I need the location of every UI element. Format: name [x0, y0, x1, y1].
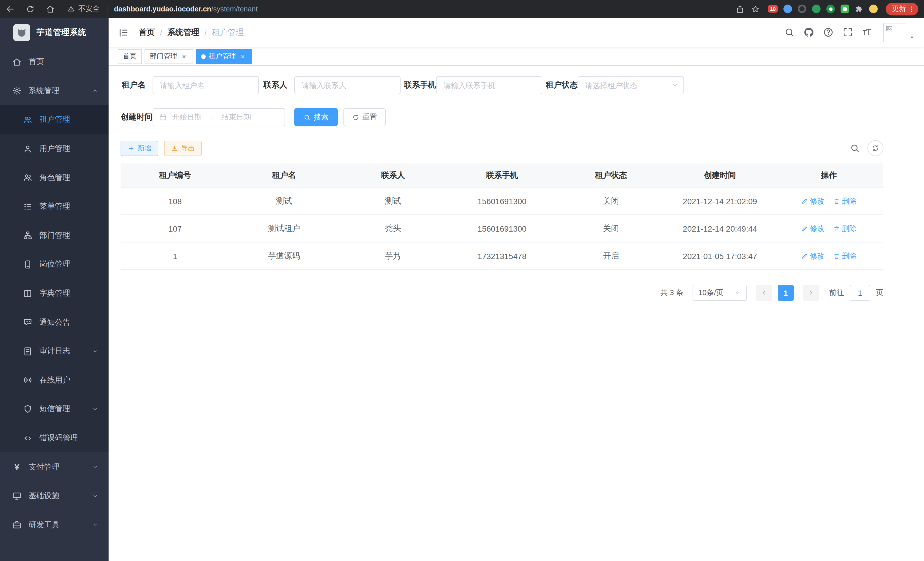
reload-icon[interactable] — [26, 4, 35, 14]
sidebar-item-error-code-management[interactable]: 错误码管理 — [0, 423, 109, 452]
sidebar-item-system-management[interactable]: 系统管理 — [0, 76, 109, 105]
table-cell: 芋艿 — [339, 242, 447, 269]
fullscreen-icon[interactable] — [842, 27, 853, 38]
github-icon[interactable] — [803, 27, 814, 38]
sidebar-header: 芋道管理系统 — [0, 18, 109, 47]
goto-page-input[interactable] — [850, 285, 870, 301]
page-1-button[interactable]: 1 — [778, 285, 794, 301]
browser-home-icon[interactable] — [46, 4, 55, 14]
extension-green-dot-icon[interactable] — [826, 5, 835, 13]
toggle-search-icon[interactable] — [850, 143, 860, 153]
table-cell: 芋道源码 — [230, 242, 338, 269]
sidebar-item-notice-announcement[interactable]: 通知公告 — [0, 308, 109, 337]
search-icon[interactable] — [784, 27, 795, 38]
app-title: 芋道管理系统 — [37, 27, 86, 38]
close-icon[interactable]: × — [180, 52, 188, 60]
breadcrumb-system[interactable]: 系统管理 — [167, 27, 200, 38]
sidebar-item-home[interactable]: 首页 — [0, 47, 109, 76]
extension-chat-icon[interactable] — [841, 5, 849, 13]
total-count: 共 3 条 — [660, 288, 683, 298]
user-avatar[interactable] — [884, 23, 915, 42]
sidebar-item-label: 短信管理 — [39, 404, 70, 414]
sidebar-item-position-management[interactable]: 岗位管理 — [0, 250, 109, 279]
sidebar-item-label: 首页 — [28, 57, 44, 67]
sidebar-item-infrastructure[interactable]: 基础设施 — [0, 481, 109, 510]
export-button[interactable]: 导出 — [164, 140, 202, 156]
modify-link[interactable]: 修改 — [801, 223, 825, 234]
warning-icon — [68, 5, 75, 13]
date-end-placeholder: 结束日期 — [221, 112, 251, 122]
extension-red-badge-icon[interactable]: 10 — [768, 5, 778, 13]
trash-icon — [833, 225, 840, 232]
search-button[interactable]: 搜索 — [294, 108, 338, 126]
profile-avatar-icon[interactable] — [869, 5, 878, 13]
people-icon — [23, 173, 33, 182]
sidebar-item-label: 岗位管理 — [39, 259, 70, 270]
sidebar-item-online-users[interactable]: 在线用户 — [0, 366, 109, 395]
broken-image-icon — [885, 24, 893, 32]
sidebar-item-payment-management[interactable]: ¥支付管理 — [0, 453, 109, 481]
page-content: 租户名 联系人 联系手机 租户状态 — [109, 66, 924, 561]
date-range-picker[interactable]: 开始日期 - 结束日期 — [153, 108, 285, 126]
search-icon — [303, 114, 311, 121]
reset-button[interactable]: 重置 — [344, 108, 386, 126]
table-cell: 2021-01-05 17:03:47 — [665, 242, 774, 269]
sidebar-item-user-management[interactable]: 用户管理 — [0, 134, 109, 163]
address-bar[interactable]: dashboard.yudao.iocoder.cn /system/tenan… — [114, 5, 258, 13]
sidebar-item-label: 角色管理 — [39, 172, 70, 183]
security-warning-text: 不安全 — [78, 4, 100, 14]
collapse-sidebar-icon[interactable] — [118, 27, 129, 38]
contact-input[interactable] — [294, 76, 400, 94]
chevron-down-icon — [734, 289, 741, 296]
modify-link[interactable]: 修改 — [801, 251, 825, 261]
delete-link[interactable]: 删除 — [833, 251, 856, 261]
update-button[interactable]: 更新 — [886, 3, 918, 15]
sidebar-item-label: 系统管理 — [28, 86, 59, 96]
sidebar-item-audit-log[interactable]: 审计日志 — [0, 337, 109, 366]
sidebar-item-label: 研发工具 — [28, 520, 59, 530]
close-icon[interactable]: × — [239, 52, 247, 60]
delete-label: 删除 — [842, 223, 856, 234]
cat-logo-icon — [16, 27, 27, 38]
back-icon[interactable] — [6, 4, 15, 14]
sidebar-item-menu-management[interactable]: 菜单管理 — [0, 192, 109, 221]
sidebar-item-tenant-management[interactable]: 租户管理 — [0, 105, 109, 134]
trash-icon — [833, 198, 840, 205]
table-cell: 关闭 — [556, 215, 665, 242]
breadcrumb-home[interactable]: 首页 — [139, 27, 155, 38]
tenant-name-input[interactable] — [153, 76, 259, 94]
phone-input[interactable] — [436, 76, 542, 94]
tenant-status-select[interactable] — [578, 76, 684, 94]
share-icon[interactable] — [735, 4, 745, 14]
extension-dark-ring-icon[interactable] — [798, 5, 806, 13]
extension-green-icon[interactable] — [812, 5, 820, 13]
bookmark-star-icon[interactable] — [751, 4, 760, 14]
browser-extensions-puzzle-icon[interactable] — [855, 5, 863, 13]
sidebar-item-dictionary-management[interactable]: 字典管理 — [0, 279, 109, 308]
next-page-button[interactable] — [803, 285, 819, 301]
add-button[interactable]: 新增 — [121, 140, 158, 156]
help-icon[interactable] — [823, 27, 834, 38]
tab-department-management[interactable]: 部门管理× — [145, 49, 193, 64]
delete-link[interactable]: 删除 — [833, 196, 856, 206]
filter-row-1: 租户名 联系人 联系手机 租户状态 — [121, 76, 884, 94]
sidebar-item-role-management[interactable]: 角色管理 — [0, 163, 109, 192]
book-icon — [23, 289, 33, 298]
security-chip[interactable]: 不安全 — [68, 4, 100, 14]
sidebar-item-department-management[interactable]: 部门管理 — [0, 221, 109, 250]
delete-link[interactable]: 删除 — [833, 223, 856, 234]
sidebar-item-sms-management[interactable]: 短信管理 — [0, 395, 109, 423]
refresh-table-icon[interactable] — [867, 140, 884, 156]
page-size-select[interactable]: 10条/页 — [693, 285, 747, 301]
sidebar-item-dev-tools[interactable]: 研发工具 — [0, 510, 109, 539]
modify-link[interactable]: 修改 — [801, 196, 825, 206]
tab-tenant-management[interactable]: 租户管理× — [196, 49, 252, 64]
prev-page-button[interactable] — [756, 285, 772, 301]
tab-home[interactable]: 首页 — [118, 49, 142, 64]
menu-dots-icon[interactable] — [908, 5, 915, 13]
tenant-name-label: 租户名 — [121, 80, 153, 90]
extension-blue-icon[interactable] — [783, 5, 792, 13]
font-size-icon[interactable] — [862, 27, 873, 38]
sidebar-item-label: 通知公告 — [39, 317, 70, 327]
app-logo — [13, 24, 30, 41]
